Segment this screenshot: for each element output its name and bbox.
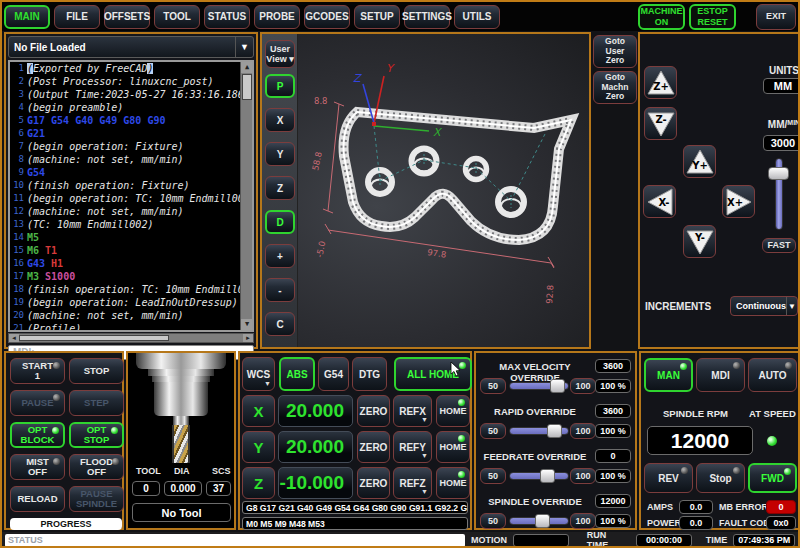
view-button-d[interactable]: D [265,210,295,234]
gcode-editor[interactable]: 1(Exported by FreeCAD)2(Post Processor: … [8,60,254,332]
jog-Xminus-button[interactable]: X- [643,185,676,218]
scroll-down-icon[interactable]: ▼ [241,319,253,330]
override-min-button[interactable]: 50 [480,468,506,484]
scrollbar-thumb[interactable] [19,335,169,341]
tab-tool[interactable]: TOOL [154,5,200,29]
mode-man-button[interactable]: MAN [644,358,693,392]
ref-y-button[interactable]: REFY▼ [393,431,432,463]
override-slider-handle[interactable] [547,424,562,438]
cycle-button-stop[interactable]: STOP [69,358,124,384]
spindle-fwd-button[interactable]: FWD [748,463,797,493]
jog-Zminus-button[interactable]: Z- [644,107,677,140]
mode-mdi-button[interactable]: MDI [696,358,745,392]
override-min-button[interactable]: 50 [480,378,506,394]
override-min-button[interactable]: 50 [480,513,506,529]
jog-Yminus-button[interactable]: Y- [683,225,716,258]
spindle-rev-button[interactable]: REV [644,463,693,493]
view-button-x[interactable]: X [265,108,295,132]
cycle-button-step[interactable]: STEP [69,390,124,416]
home-x-button[interactable]: HOME [436,395,470,427]
jog-Zplus-button[interactable]: Z+ [644,66,677,99]
view-button-c[interactable]: C [265,312,295,336]
view-button-user-view-[interactable]: User View ▾ [265,40,295,68]
scroll-left-icon[interactable]: ◄ [9,334,19,342]
cycle-button-pause[interactable]: PAUSE [10,390,65,416]
mode-auto-button[interactable]: AUTO [748,358,797,392]
chevron-down-icon[interactable]: ▼ [235,37,253,57]
axis-label-x[interactable]: X [242,395,275,427]
gcode-line: 19(begin operation: LeadInOutDressup) [10,296,240,309]
gcode-line: 8(machine: not set, mm/min) [10,153,240,166]
home-z-button[interactable]: HOME [436,467,470,499]
view-button-y[interactable]: Y [265,142,295,166]
dro-header-wcs[interactable]: WCS▼ [242,357,275,391]
override-max-button[interactable]: 100 [570,513,596,529]
horizontal-scrollbar[interactable]: ◄ ► [8,333,254,343]
exit-button[interactable]: EXIT [756,4,796,30]
view-button-p[interactable]: P [265,74,295,98]
dro-header-g54[interactable]: G54 [318,357,349,391]
view-button-z[interactable]: Z [265,176,295,200]
cycle-button-start-1[interactable]: START 1 [10,358,65,384]
tab-settings[interactable]: SETTINGS [404,5,450,29]
tab-gcodes[interactable]: GCODES [304,5,350,29]
zero-x-button[interactable]: ZERO [357,395,390,427]
tab-probe[interactable]: PROBE [254,5,300,29]
home-y-button[interactable]: HOME [436,431,470,463]
override-slider-handle[interactable] [550,379,565,393]
axis-label-z[interactable]: Z [242,467,275,499]
status-field[interactable]: STATUS [5,534,465,547]
chevron-down-icon[interactable]: ▼ [786,297,797,315]
cycle-button-flood-off[interactable]: FLOOD OFF [69,454,124,480]
zero-y-button[interactable]: ZERO [357,431,390,463]
cycle-button-opt-stop[interactable]: OPT STOP [69,422,124,448]
increments-combo[interactable]: Continuous ▼ [730,296,798,316]
jog-Yplus-button[interactable]: Y+ [683,145,716,178]
scroll-up-icon[interactable]: ▲ [241,62,253,73]
gcode-text: (begin preamble) [27,101,123,114]
tab-main[interactable]: MAIN [4,5,50,29]
spindle-stop-button[interactable]: Stop [696,463,745,493]
ref-z-button[interactable]: REFZ▼ [393,467,432,499]
tab-setup[interactable]: SETUP [354,5,400,29]
line-number: 6 [10,127,27,140]
cycle-button-mist-off[interactable]: MIST OFF [10,454,65,480]
scs-label: SCS [212,466,231,476]
override-slider-handle[interactable] [535,514,550,528]
line-number: 5 [10,114,27,127]
dro-header-dtg[interactable]: DTG [352,357,387,391]
jog-rate-slider-handle[interactable] [768,167,789,180]
goto-button-1[interactable]: Goto Machn Zero [593,71,637,104]
view-button--[interactable]: - [265,278,295,302]
scroll-right-icon[interactable]: ► [243,334,253,342]
ref-x-button[interactable]: REFX▼ [393,395,432,427]
cycle-button-pause-spindle[interactable]: PAUSE SPINDLE [69,486,124,512]
machine-on-button[interactable]: MACHINE ON [638,4,685,30]
override-max-button[interactable]: 100 [570,423,596,439]
override-max-button[interactable]: 100 [570,468,596,484]
tab-file[interactable]: FILE [54,5,100,29]
zero-z-button[interactable]: ZERO [357,467,390,499]
jog-Xplus-button[interactable]: X+ [722,185,755,218]
tab-offsets[interactable]: OFFSETS [104,5,150,29]
svg-text:Z: Z [353,72,362,85]
tab-status[interactable]: STATUS [204,5,250,29]
axis-label-y[interactable]: Y [242,431,275,463]
override-label: RAPID OVERRIDE [476,406,594,417]
fast-button[interactable]: FAST [762,238,796,253]
override-slider-handle[interactable] [540,469,555,483]
tab-utils[interactable]: UTILS [454,5,500,29]
scrollbar-thumb[interactable] [242,74,252,100]
dro-header-abs[interactable]: ABS [279,357,315,391]
file-combo[interactable]: No File Loaded ▼ [8,36,254,58]
override-min-button[interactable]: 50 [480,423,506,439]
cycle-button-opt-block[interactable]: OPT BLOCK [10,422,65,448]
override-slider[interactable] [509,472,569,480]
override-max-button[interactable]: 100 [570,378,596,394]
toolpath-plot[interactable]: Y Z X 8.8 58.8 -5.0 97.8 92.8 [262,34,589,347]
vertical-scrollbar[interactable]: ▲ ▼ [240,62,252,330]
view-button--[interactable]: + [265,244,295,268]
estop-reset-button[interactable]: ESTOP RESET [689,4,736,30]
cycle-button-reload[interactable]: RELOAD [10,486,65,512]
goto-button-0[interactable]: Goto User Zero [593,35,637,68]
